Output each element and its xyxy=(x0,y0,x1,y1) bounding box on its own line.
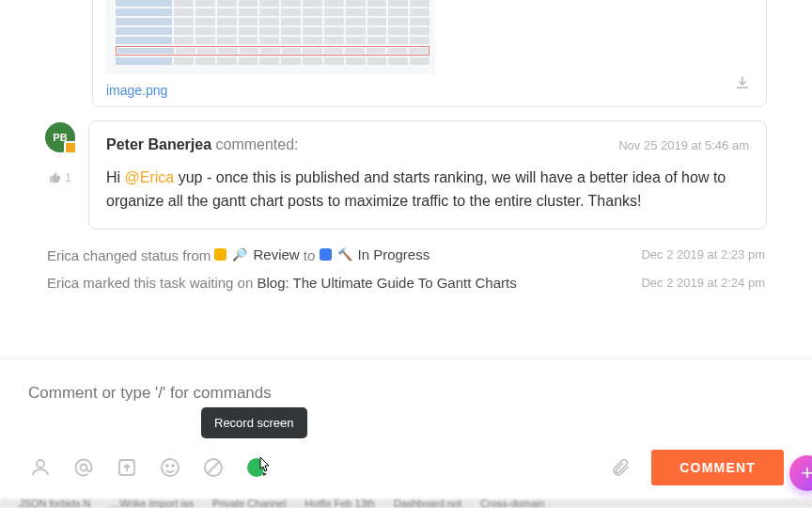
svg-point-0 xyxy=(37,460,44,468)
tooltip: Record screen xyxy=(201,407,307,438)
mention-icon[interactable] xyxy=(71,455,96,480)
comment-timestamp: Nov 25 2019 at 5:46 am xyxy=(618,138,749,152)
emoji-icon[interactable] xyxy=(158,455,182,480)
activity-timestamp: Dec 2 2019 at 2:24 pm xyxy=(641,276,765,290)
activity-actor[interactable]: Erica xyxy=(47,275,79,291)
comment-input[interactable] xyxy=(28,384,784,403)
status-to: 🔨 In Progress xyxy=(320,246,430,262)
assignee-icon[interactable] xyxy=(28,455,53,480)
status-from: 🔎 Review xyxy=(214,246,299,262)
svg-point-5 xyxy=(172,465,174,467)
like-count: 1 xyxy=(65,171,71,184)
linked-task[interactable]: Blog: The Ultimate Guide To Gantt Charts xyxy=(257,275,516,291)
submit-comment-button[interactable]: COMMENT xyxy=(651,450,784,485)
svg-line-7 xyxy=(208,462,219,473)
comment-row: PB 1 Peter Banerjea commented: Nov 25 20… xyxy=(45,120,767,230)
comment-card: Peter Banerjea commented: Nov 25 2019 at… xyxy=(88,120,767,230)
like-button[interactable]: 1 xyxy=(49,171,71,184)
comment-author[interactable]: Peter Banerjea xyxy=(106,136,211,152)
svg-point-4 xyxy=(166,465,168,467)
activity-waiting-on: Erica marked this task waiting on Blog: … xyxy=(47,275,765,291)
avatar[interactable]: PB xyxy=(45,122,75,152)
comment-action: commented: xyxy=(216,136,299,152)
attachment-card: image.png xyxy=(92,0,767,107)
hammer-icon: 🔨 xyxy=(337,247,352,262)
svg-point-3 xyxy=(162,459,179,476)
activity-status-change: Erica changed status from 🔎 Review to 🔨 … xyxy=(47,246,765,263)
attachment-thumbnail[interactable] xyxy=(106,0,435,74)
activity-actor[interactable]: Erica xyxy=(47,247,79,263)
activity-timestamp: Dec 2 2019 at 2:23 pm xyxy=(641,247,765,262)
comment-composer: ▸ COMMENT xyxy=(0,358,812,499)
mention[interactable]: @Erica xyxy=(125,169,175,185)
system-taskbar: JSON forbids N …Wrike Import iss Private… xyxy=(0,499,812,508)
comment-body: Hi @Erica yup - once this is published a… xyxy=(106,167,749,214)
status-square-icon xyxy=(320,248,332,261)
record-screen-icon[interactable]: ▸ xyxy=(244,455,269,480)
status-square-icon xyxy=(214,248,226,261)
block-icon[interactable] xyxy=(201,455,226,480)
download-icon[interactable] xyxy=(734,74,751,95)
svg-point-1 xyxy=(81,465,87,471)
attachment-filename[interactable]: image.png xyxy=(106,83,167,98)
attach-icon[interactable] xyxy=(608,455,632,480)
magnifier-icon: 🔎 xyxy=(232,247,247,262)
upload-icon[interactable] xyxy=(115,455,139,480)
